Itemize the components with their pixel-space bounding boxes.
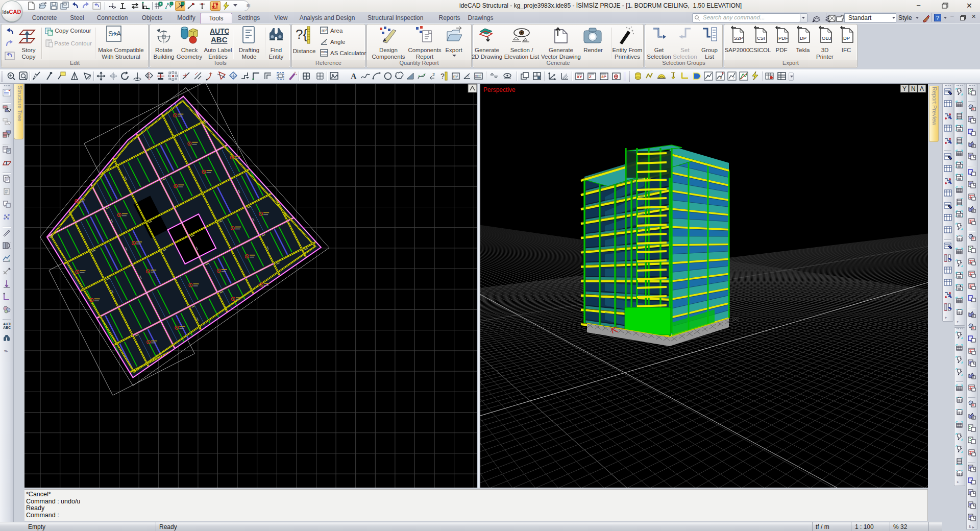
- svg-text:N: N: [911, 85, 916, 92]
- svg-text:Y: Y: [902, 85, 906, 92]
- svg-text:Perspective: Perspective: [483, 86, 516, 93]
- svg-text:Λ: Λ: [920, 85, 924, 92]
